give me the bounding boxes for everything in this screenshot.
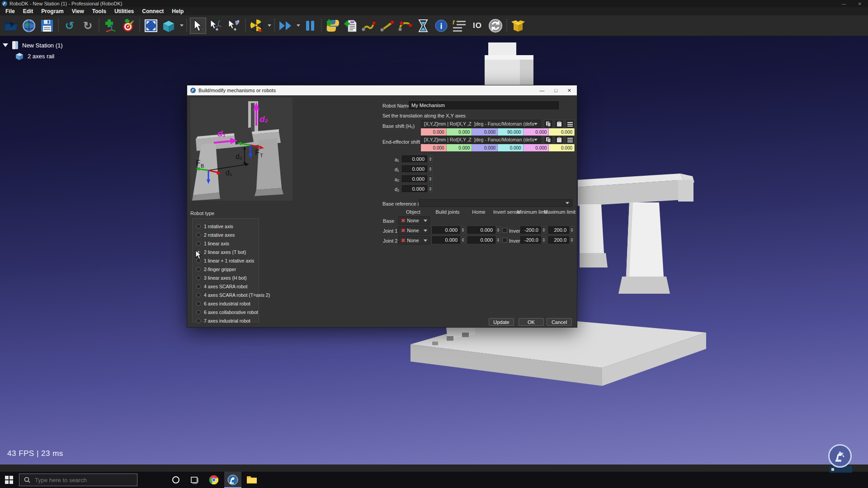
package-library-icon[interactable] [510,18,526,34]
robot-type-option[interactable]: 4 axes SCARA robot (T=axis 2) [196,291,270,299]
pose-value-rz[interactable]: 0.000 [549,128,575,136]
radio-icon[interactable] [196,224,201,229]
joint1-max-spinner[interactable] [570,226,574,233]
joint2-min-spinner[interactable] [542,236,546,243]
pose-value-ry[interactable]: 0.000 [524,128,549,136]
add-reference-frame-icon[interactable] [102,18,118,34]
chrome-icon[interactable] [205,472,222,488]
param-d1-spinner[interactable] [428,165,433,172]
movec-icon[interactable] [397,18,413,34]
undo-icon[interactable]: ↺ [61,18,78,34]
robot-type-option[interactable]: 3 linear axes (H bot) [196,274,247,282]
radio-icon[interactable] [196,319,201,323]
robodk-floating-badge[interactable] [828,444,852,468]
radio-icon[interactable] [196,241,201,246]
menu-utilities[interactable]: Utilities [111,8,137,15]
pose-value-x[interactable]: 0.000 [421,144,447,151]
start-button[interactable] [0,472,18,488]
save-icon[interactable] [39,18,55,34]
joint2-max-input[interactable]: 200.0 [548,236,569,244]
robot-type-option[interactable]: 1 rotative axis [196,222,233,230]
robot-name-input[interactable]: My Mechanism [409,101,559,109]
redo-icon[interactable]: ↻ [80,18,96,34]
show-info-icon[interactable]: i [433,18,449,34]
menu-help[interactable]: Help [168,8,187,15]
dialog-minimize-button[interactable]: — [539,88,544,94]
view-cube-icon[interactable] [161,18,177,34]
joint1-build-spinner[interactable] [461,226,465,233]
joint2-build-spinner[interactable] [461,236,465,243]
select-cursor-icon[interactable] [190,18,206,34]
movel-icon[interactable] [379,18,395,34]
joint1-min-spinner[interactable] [542,226,546,233]
joint2-max-spinner[interactable] [570,236,574,243]
pose-value-y[interactable]: 0.000 [447,144,472,151]
radio-icon[interactable] [196,284,201,289]
menu-connect[interactable]: Connect [138,8,167,15]
radio-icon[interactable] [196,310,201,314]
joint1-invert-checkbox[interactable] [502,228,507,233]
fast-simulation-icon[interactable] [278,18,294,34]
radio-icon[interactable] [196,267,201,272]
taskbar-search[interactable] [19,474,137,486]
robodk-taskbar-icon[interactable] [224,472,241,488]
pose-value-z[interactable]: 0.000 [472,144,498,151]
open-file-icon[interactable] [3,18,19,34]
ok-button[interactable]: OK [519,318,544,326]
pause-simulation-icon[interactable] [302,18,318,34]
cortana-icon[interactable] [167,472,184,488]
pose-value-rz[interactable]: 0.000 [549,144,575,151]
app-minimize-button[interactable]: — [842,1,846,6]
render-web-icon[interactable] [21,18,37,34]
pose-value-rx[interactable]: 90.000 [498,128,524,136]
tree-expand-icon[interactable] [3,43,8,47]
robot-type-option[interactable]: 1 linear + 1 rotative axis [196,257,254,265]
joint1-min-input[interactable]: -200.0 [520,226,541,234]
file-explorer-icon[interactable] [243,472,260,488]
add-target-icon[interactable] [120,18,137,34]
view-cube-caret[interactable] [180,24,184,27]
pose-value-rx[interactable]: 0.000 [498,144,524,151]
param-a2-spinner[interactable] [428,175,433,182]
fit-all-icon[interactable] [143,18,159,34]
radio-icon[interactable] [196,293,201,297]
task-view-icon[interactable] [186,472,203,488]
robot-type-option[interactable]: 7 axes industrial robot [196,317,250,325]
robot-type-option[interactable]: 4 axes SCARA robot [196,282,247,291]
collision-caret[interactable] [268,24,271,27]
update-button[interactable]: Update [489,318,514,326]
update-sync-icon[interactable] [487,18,504,34]
robot-type-option[interactable]: 2-finger gripper [196,265,236,273]
base-object-dropdown[interactable]: ✖None [398,216,430,225]
tree-item-rail[interactable]: 2 axes rail [14,51,63,61]
base-reference-dropdown[interactable] [419,199,572,207]
menu-file[interactable]: File [2,8,19,15]
joint1-build-input[interactable]: 0.000 [432,226,460,234]
menu-edit[interactable]: Edit [19,8,37,15]
menu-view[interactable]: View [68,8,88,15]
joint1-object-dropdown[interactable]: ✖None [398,226,430,235]
tree-item-station[interactable]: New Station (1) [3,40,63,51]
base-shift-paste-button[interactable] [555,120,564,128]
search-input[interactable] [34,476,124,484]
param-a2-input[interactable]: 0.000 [402,175,427,182]
menu-tools[interactable]: Tools [89,8,110,15]
base-shift-format-dropdown[interactable]: [X,Y,Z]mm | Rot[X,Y ,Z ]deg - Fanuc/Moto… [421,120,541,128]
joint2-build-input[interactable]: 0.000 [432,236,460,244]
joint1-home-input[interactable]: 0.000 [467,226,495,234]
param-d2-spinner[interactable] [428,185,433,192]
param-d2-input[interactable]: 0.000 [402,185,427,192]
base-shift-copy-button[interactable] [544,120,553,128]
joint2-home-spinner[interactable] [496,236,500,243]
param-a1-input[interactable]: 0.000 [402,155,427,162]
robot-type-option[interactable]: 1 linear axis [196,239,229,248]
joint2-home-input[interactable]: 0.000 [467,236,495,244]
radio-icon[interactable] [196,301,201,306]
menu-program[interactable]: Program [38,8,67,15]
io-instruction-icon[interactable]: IO [469,18,486,34]
instruction-list-icon[interactable] [451,18,467,34]
wait-instruction-icon[interactable] [415,18,431,34]
pose-value-y[interactable]: 0.000 [447,128,472,136]
robot-type-option[interactable]: 6 axes industrial robot [196,300,250,308]
move-object-cursor-icon[interactable] [226,18,242,34]
